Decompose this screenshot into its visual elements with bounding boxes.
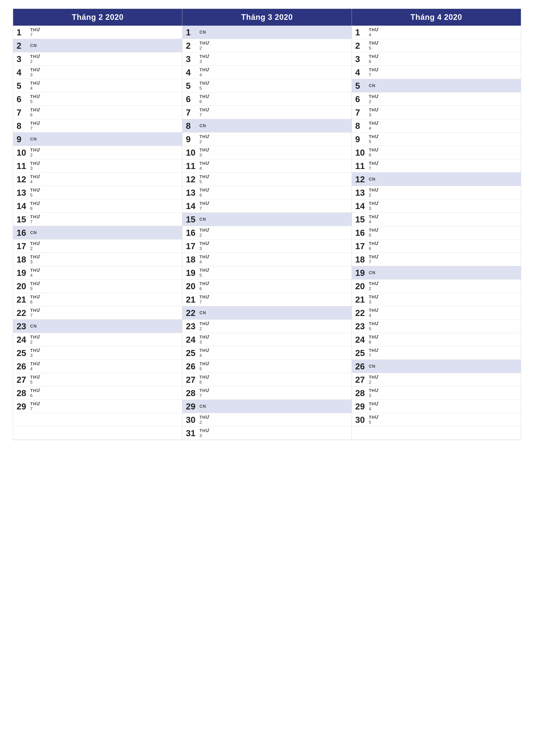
week-num: 3 (369, 393, 379, 398)
day-name: THƯ (369, 40, 379, 46)
day-number: 3 (186, 55, 198, 63)
day-name: THƯ (199, 174, 210, 179)
day-row: 7THƯ6 (13, 106, 182, 119)
day-info: THƯ4 (199, 161, 210, 171)
day-number: 22 (355, 309, 367, 317)
month-col-3: Tháng 4 20201THƯ42THƯ53THƯ64THƯ75CN6THƯ2… (352, 9, 521, 440)
day-number: 9 (16, 135, 28, 144)
day-number: 24 (186, 335, 198, 344)
day-name: THƯ (369, 401, 379, 406)
week-num: 3 (30, 353, 40, 358)
day-number: 10 (186, 148, 198, 157)
day-row: 23CN (13, 320, 182, 333)
day-number: 16 (186, 229, 198, 237)
week-num: 5 (199, 179, 210, 184)
day-number: 16 (355, 229, 367, 237)
week-num: 6 (369, 339, 379, 345)
day-name: THƯ (199, 268, 210, 273)
day-name: THƯ (369, 321, 379, 326)
day-name: THƯ (199, 375, 210, 380)
day-info: THƯ4 (369, 308, 379, 318)
day-info: THƯ2 (30, 335, 40, 345)
day-number: 18 (355, 255, 367, 264)
week-num: 5 (369, 233, 379, 238)
day-row: 20THƯ5 (13, 280, 182, 293)
week-num: 4 (369, 32, 379, 37)
day-info: THƯ4 (30, 361, 40, 371)
day-row: 10THƯ3 (182, 146, 351, 159)
day-number: 1 (186, 28, 198, 37)
day-info: THƯ5 (30, 375, 40, 385)
week-num: 4 (369, 313, 379, 318)
day-name: THƯ (199, 294, 210, 300)
day-row: 9CN (13, 133, 182, 146)
day-info: THƯ6 (369, 241, 379, 251)
week-num: 5 (369, 139, 379, 144)
day-number: 24 (16, 335, 28, 344)
week-num: 6 (369, 246, 379, 251)
day-row: 7THƯ7 (182, 106, 351, 119)
day-number: 8 (16, 122, 28, 130)
day-number: 27 (186, 375, 198, 384)
week-num: 2 (199, 46, 210, 51)
week-num: 6 (199, 380, 210, 385)
day-info: THƯ7 (369, 254, 379, 264)
day-number: 28 (16, 389, 28, 397)
week-num: 6 (30, 113, 40, 118)
day-number: 21 (16, 295, 28, 304)
day-row: 25THƯ4 (182, 346, 351, 360)
day-row: 20THƯ2 (352, 280, 521, 293)
day-name: THƯ (199, 40, 210, 46)
day-row: 14THƯ3 (352, 199, 521, 213)
day-row: 22CN (182, 306, 351, 320)
day-row: 29THƯ7 (13, 400, 182, 413)
day-row: 5THƯ4 (13, 79, 182, 93)
day-info: THƯ4 (30, 268, 40, 278)
day-row: 1THƯ7 (13, 26, 182, 39)
day-name: THƯ (199, 67, 210, 72)
day-info: THƯ7 (369, 67, 379, 77)
day-name: THƯ (369, 281, 379, 286)
day-name: THƯ (199, 254, 210, 259)
day-name: THƯ (30, 201, 40, 206)
day-name: CN (30, 43, 37, 48)
week-num: 2 (369, 193, 379, 198)
day-name: CN (369, 177, 375, 182)
day-name: THƯ (369, 388, 379, 393)
day-row: 17THƯ3 (182, 239, 351, 253)
day-number: 20 (16, 282, 28, 290)
week-num: 3 (199, 339, 210, 345)
day-number: 3 (355, 55, 367, 63)
day-row: 13THƯ2 (352, 186, 521, 199)
day-info: THƯ3 (199, 54, 210, 64)
day-row: 21THƯ3 (352, 293, 521, 306)
day-info: THƯ7 (199, 107, 210, 118)
day-row: 4THƯ3 (13, 66, 182, 79)
day-name: THƯ (199, 81, 210, 86)
empty-row (352, 426, 521, 440)
day-row: 8THƯ4 (352, 119, 521, 133)
day-info: THƯ5 (369, 134, 379, 144)
day-info: CN (199, 217, 206, 222)
day-number: 22 (16, 309, 28, 317)
week-num: 6 (199, 286, 210, 291)
day-number: 25 (355, 349, 367, 357)
day-row: 15CN (182, 213, 351, 226)
day-info: THƯ5 (369, 40, 379, 51)
day-row: 12CN (352, 173, 521, 186)
day-row: 19THƯ5 (182, 266, 351, 280)
day-info: THƯ7 (199, 294, 210, 305)
day-number: 12 (16, 175, 28, 184)
day-name: THƯ (30, 268, 40, 273)
day-name: THƯ (30, 294, 40, 300)
day-name: THƯ (369, 335, 379, 339)
day-row: 1CN (182, 26, 351, 39)
day-row: 7THƯ3 (352, 106, 521, 119)
week-num: 2 (369, 286, 379, 291)
week-num: 5 (369, 326, 379, 331)
day-info: THƯ5 (30, 94, 40, 104)
day-row: 20THƯ6 (182, 280, 351, 293)
day-row: 30THƯ2 (182, 413, 351, 426)
day-number: 18 (186, 255, 198, 264)
day-row: 27THƯ5 (13, 373, 182, 387)
